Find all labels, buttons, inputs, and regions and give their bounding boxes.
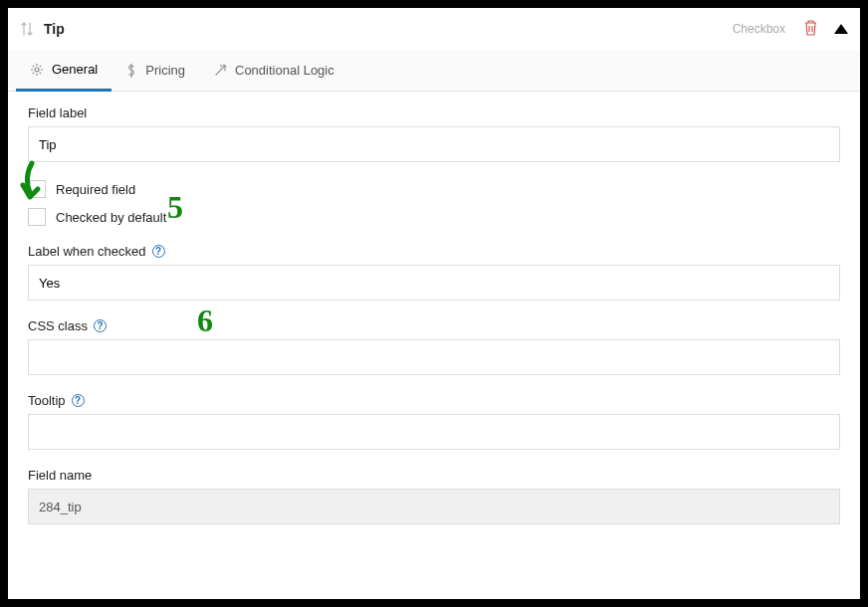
svg-point-0 xyxy=(35,68,39,72)
field-label-input[interactable] xyxy=(28,126,840,162)
tab-pricing[interactable]: Pricing xyxy=(111,50,199,91)
help-icon[interactable]: ? xyxy=(94,319,107,332)
tooltip-label: Tooltip xyxy=(28,393,66,408)
field-label-label: Field label xyxy=(28,105,840,120)
checked-default-label: Checked by default xyxy=(56,210,166,225)
config-panel: Tip Checkbox General Pricing Conditional… xyxy=(8,8,860,599)
css-class-label: CSS class xyxy=(28,318,88,333)
checked-default-checkbox[interactable] xyxy=(28,208,46,226)
gear-icon xyxy=(30,63,44,77)
field-type-label: Checkbox xyxy=(733,22,785,36)
collapse-icon[interactable] xyxy=(834,24,848,34)
drag-handle-icon[interactable] xyxy=(20,22,34,36)
tab-bar: General Pricing Conditional Logic xyxy=(8,50,860,92)
panel-body: Field label Required field Checked by de… xyxy=(8,92,860,556)
tab-general-label: General xyxy=(52,62,98,77)
dollar-icon xyxy=(125,64,137,78)
tooltip-group: Tooltip ? xyxy=(28,393,840,450)
tab-conditional[interactable]: Conditional Logic xyxy=(199,50,348,91)
help-icon[interactable]: ? xyxy=(152,245,165,258)
tab-pricing-label: Pricing xyxy=(145,63,185,78)
required-label: Required field xyxy=(56,182,135,197)
required-checkbox[interactable] xyxy=(28,180,46,198)
panel-header: Tip Checkbox xyxy=(8,8,860,50)
field-name-input xyxy=(28,489,840,524)
field-name-label: Field name xyxy=(28,468,840,483)
wand-icon xyxy=(213,64,227,78)
label-when-checked-input[interactable] xyxy=(28,265,840,301)
css-class-group: CSS class ? xyxy=(28,318,840,375)
tooltip-input[interactable] xyxy=(28,414,840,450)
help-icon[interactable]: ? xyxy=(72,394,85,407)
css-class-input[interactable] xyxy=(28,339,840,375)
tab-general[interactable]: General xyxy=(16,50,111,92)
checked-default-row: Checked by default xyxy=(28,208,840,226)
required-field-row: Required field xyxy=(28,180,840,198)
field-label-group: Field label xyxy=(28,105,840,162)
label-when-checked-label: Label when checked xyxy=(28,244,146,259)
label-when-checked-group: Label when checked ? xyxy=(28,244,840,301)
panel-title: Tip xyxy=(44,21,733,37)
field-name-group: Field name xyxy=(28,468,840,524)
tab-conditional-label: Conditional Logic xyxy=(235,63,334,78)
trash-icon[interactable] xyxy=(803,20,818,39)
